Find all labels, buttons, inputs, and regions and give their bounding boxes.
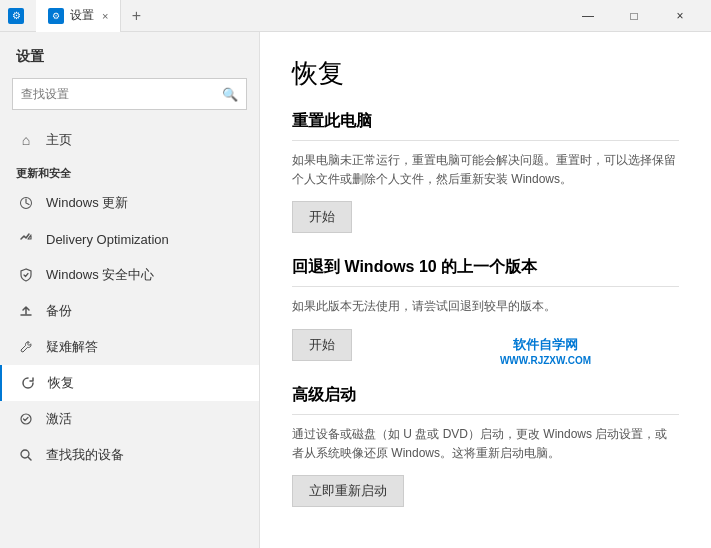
- search-input[interactable]: [21, 87, 222, 101]
- watermark: 软件自学网 WWW.RJZXW.COM: [500, 336, 591, 368]
- sidebar-item-label: 主页: [46, 131, 72, 149]
- minimize-button[interactable]: —: [565, 0, 611, 32]
- window-controls: — □ ×: [565, 0, 703, 32]
- reset-pc-title: 重置此电脑: [292, 111, 679, 141]
- tab-close-button[interactable]: ×: [102, 10, 108, 22]
- go-back-title: 回退到 Windows 10 的上一个版本: [292, 257, 679, 287]
- wrench-icon: [16, 337, 36, 357]
- maximize-button[interactable]: □: [611, 0, 657, 32]
- home-icon: ⌂: [16, 130, 36, 150]
- sidebar-item-label: Delivery Optimization: [46, 232, 169, 247]
- sidebar-item-recovery[interactable]: 恢复: [0, 365, 259, 401]
- delivery-icon: [16, 229, 36, 249]
- sidebar-item-delivery-optimization[interactable]: Delivery Optimization: [0, 221, 259, 257]
- sidebar-item-backup[interactable]: 备份: [0, 293, 259, 329]
- watermark-line2: WWW.RJZXW.COM: [500, 354, 591, 368]
- sidebar-item-windows-security[interactable]: Windows 安全中心: [0, 257, 259, 293]
- app-container: 设置 🔍 ⌂ 主页 更新和安全 Windows 更新: [0, 32, 711, 548]
- search-icon: 🔍: [222, 87, 238, 102]
- settings-tab[interactable]: ⚙ 设置 ×: [36, 0, 121, 32]
- find-icon: [16, 445, 36, 465]
- sidebar-item-activation[interactable]: 激活: [0, 401, 259, 437]
- titlebar: ⚙ ⚙ 设置 × + — □ ×: [0, 0, 711, 32]
- advanced-startup-desc: 通过设备或磁盘（如 U 盘或 DVD）启动，更改 Windows 启动设置，或者…: [292, 425, 679, 463]
- reset-pc-desc: 如果电脑未正常运行，重置电脑可能会解决问题。重置时，可以选择保留个人文件或删除个…: [292, 151, 679, 189]
- restart-button[interactable]: 立即重新启动: [292, 475, 404, 507]
- shield-icon: [16, 265, 36, 285]
- sidebar-item-label: 疑难解答: [46, 338, 98, 356]
- go-back-button[interactable]: 开始: [292, 329, 352, 361]
- sidebar-item-troubleshoot[interactable]: 疑难解答: [0, 329, 259, 365]
- reset-pc-section: 重置此电脑 如果电脑未正常运行，重置电脑可能会解决问题。重置时，可以选择保留个人…: [292, 111, 679, 233]
- search-box[interactable]: 🔍: [12, 78, 247, 110]
- tab-icon: ⚙: [48, 8, 64, 24]
- new-tab-button[interactable]: +: [121, 0, 151, 32]
- sidebar-item-label: 激活: [46, 410, 72, 428]
- page-title: 恢复: [292, 56, 679, 91]
- update-icon: [16, 193, 36, 213]
- titlebar-tabs: ⚙ 设置 × +: [36, 0, 151, 32]
- go-back-desc: 如果此版本无法使用，请尝试回退到较早的版本。: [292, 297, 679, 316]
- sidebar-item-label: 查找我的设备: [46, 446, 124, 464]
- sidebar: 设置 🔍 ⌂ 主页 更新和安全 Windows 更新: [0, 32, 260, 548]
- sidebar-item-label: 备份: [46, 302, 72, 320]
- recovery-icon: [18, 373, 38, 393]
- sidebar-item-label: Windows 安全中心: [46, 266, 154, 284]
- app-icon: ⚙: [8, 8, 24, 24]
- activation-icon: [16, 409, 36, 429]
- tab-title: 设置: [70, 7, 94, 24]
- sidebar-header: 设置: [0, 32, 259, 74]
- advanced-startup-title: 高级启动: [292, 385, 679, 415]
- advanced-startup-section: 高级启动 通过设备或磁盘（如 U 盘或 DVD）启动，更改 Windows 启动…: [292, 385, 679, 507]
- close-button[interactable]: ×: [657, 0, 703, 32]
- section-label: 更新和安全: [0, 158, 259, 185]
- sidebar-item-label: 恢复: [48, 374, 74, 392]
- sidebar-item-find-device[interactable]: 查找我的设备: [0, 437, 259, 473]
- backup-icon: [16, 301, 36, 321]
- main-content: 恢复 重置此电脑 如果电脑未正常运行，重置电脑可能会解决问题。重置时，可以选择保…: [260, 32, 711, 548]
- reset-pc-button[interactable]: 开始: [292, 201, 352, 233]
- watermark-line1: 软件自学网: [500, 336, 591, 354]
- sidebar-item-home[interactable]: ⌂ 主页: [0, 122, 259, 158]
- sidebar-item-windows-update[interactable]: Windows 更新: [0, 185, 259, 221]
- go-back-section: 回退到 Windows 10 的上一个版本 如果此版本无法使用，请尝试回退到较早…: [292, 257, 679, 360]
- svg-point-1: [21, 450, 29, 458]
- sidebar-item-label: Windows 更新: [46, 194, 128, 212]
